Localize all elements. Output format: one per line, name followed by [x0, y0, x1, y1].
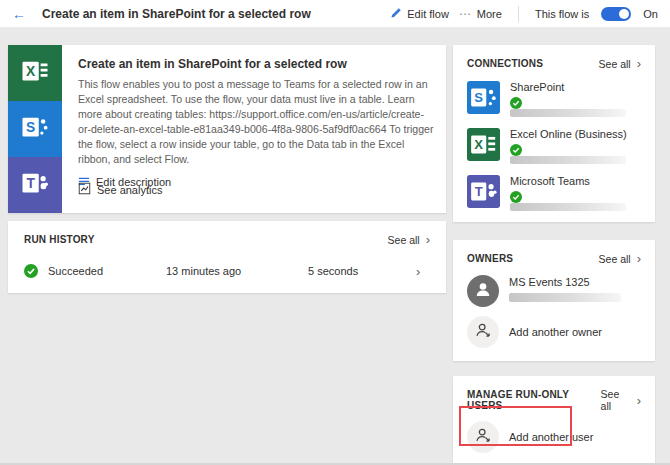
sharepoint-tile: S — [8, 101, 62, 157]
chevron-right-icon: › — [637, 252, 641, 265]
more-icon: ⋯ — [459, 7, 472, 21]
run-only-users-see-all[interactable]: See all › — [601, 388, 641, 412]
chevron-right-icon: › — [426, 233, 430, 246]
connection-name: SharePoint — [510, 81, 626, 93]
add-owner-label: Add another owner — [509, 326, 602, 338]
owner-name: MS Events 1325 — [509, 276, 621, 288]
analytics-icon — [78, 181, 91, 199]
redacted-account-text — [510, 203, 626, 211]
add-person-icon — [473, 320, 493, 344]
svg-text:S: S — [26, 120, 35, 135]
run-history-see-all[interactable]: See all › — [388, 233, 430, 246]
chevron-right-icon: › — [416, 264, 430, 279]
page-header: ← Create an item in SharePoint for a sel… — [0, 0, 670, 28]
edit-flow-button[interactable]: Edit flow — [390, 7, 449, 21]
add-user-avatar — [467, 421, 499, 453]
owner-avatar — [467, 275, 499, 307]
see-all-label: See all — [599, 58, 631, 70]
succeeded-check-icon — [24, 264, 38, 278]
connection-item-sharepoint[interactable]: S SharePoint — [467, 81, 641, 117]
connection-ok-icon — [510, 189, 522, 201]
add-run-only-user-button[interactable]: Add another user — [467, 421, 641, 453]
svg-text:X: X — [26, 64, 36, 79]
svg-text:X: X — [474, 137, 483, 152]
teams-tile: T — [8, 157, 62, 213]
connections-card: CONNECTIONS See all › S SharePoint — [453, 45, 655, 222]
page-title: Create an item in SharePoint for a selec… — [42, 7, 390, 21]
connection-name: Excel Online (Business) — [510, 128, 627, 140]
app-tiles: X S — [8, 45, 62, 213]
header-divider — [518, 6, 519, 22]
add-owner-button[interactable]: Add another owner — [467, 316, 641, 348]
more-button[interactable]: ⋯ More — [459, 7, 502, 21]
owners-see-all[interactable]: See all › — [599, 252, 641, 265]
flow-state-prefix: This flow is — [535, 8, 589, 20]
see-all-label: See all — [388, 234, 420, 246]
header-actions: Edit flow ⋯ More This flow is On — [390, 6, 658, 22]
see-analytics-label: See analytics — [97, 184, 162, 196]
run-history-row[interactable]: Succeeded 13 minutes ago 5 seconds › — [24, 262, 430, 280]
redacted-account-text — [509, 293, 621, 302]
sharepoint-icon: S — [20, 112, 50, 146]
see-all-label: See all — [601, 388, 631, 412]
connection-name: Microsoft Teams — [510, 175, 626, 187]
owners-card: OWNERS See all › MS Events 1325 — [453, 240, 655, 361]
add-run-only-user-label: Add another user — [509, 431, 593, 443]
edit-flow-label: Edit flow — [407, 8, 449, 20]
run-only-users-title: MANAGE RUN-ONLY USERS — [467, 389, 601, 411]
flow-description: This flow enables you to post a message … — [78, 77, 434, 167]
flow-state-value: On — [643, 8, 658, 20]
connection-item-excel[interactable]: X Excel Online (Business) — [467, 128, 641, 164]
flow-enabled-toggle[interactable] — [601, 7, 631, 21]
owners-title: OWNERS — [467, 253, 513, 264]
see-all-label: See all — [599, 253, 631, 265]
connection-ok-icon — [510, 95, 522, 107]
flow-details-page: ← Create an item in SharePoint for a sel… — [0, 0, 670, 465]
connections-see-all[interactable]: See all › — [599, 57, 641, 70]
run-only-users-card: MANAGE RUN-ONLY USERS See all › Add anot… — [453, 376, 655, 465]
back-arrow-icon[interactable]: ← — [12, 7, 26, 21]
person-icon — [473, 279, 493, 303]
run-history-card: RUN HISTORY See all › Succeeded 13 minut… — [8, 221, 446, 293]
connection-ok-icon — [510, 142, 522, 154]
svg-text:S: S — [474, 90, 483, 105]
flow-summary-card: X S — [8, 45, 446, 213]
teams-icon: T — [20, 168, 50, 202]
chevron-right-icon: › — [637, 57, 641, 70]
add-person-icon — [473, 425, 493, 449]
run-start-time: 13 minutes ago — [166, 265, 308, 277]
teams-icon: T — [467, 175, 500, 208]
flow-title: Create an item in SharePoint for a selec… — [78, 57, 434, 71]
add-owner-avatar — [467, 316, 499, 348]
toggle-knob — [619, 9, 629, 19]
redacted-account-text — [510, 156, 626, 164]
more-label: More — [477, 8, 502, 20]
excel-icon: X — [20, 56, 50, 90]
run-duration: 5 seconds — [308, 265, 416, 277]
run-status: Succeeded — [48, 265, 166, 277]
connection-item-teams[interactable]: T Microsoft Teams — [467, 175, 641, 211]
run-history-title: RUN HISTORY — [24, 234, 95, 245]
see-analytics-button[interactable]: See analytics — [78, 181, 162, 199]
pencil-icon — [390, 7, 402, 21]
excel-icon: X — [467, 128, 500, 161]
excel-tile: X — [8, 45, 62, 101]
svg-text:T: T — [26, 176, 35, 191]
chevron-right-icon: › — [637, 394, 641, 407]
redacted-account-text — [510, 109, 626, 117]
sharepoint-icon: S — [467, 81, 500, 114]
flow-card-content: Create an item in SharePoint for a selec… — [62, 45, 450, 213]
connections-title: CONNECTIONS — [467, 58, 543, 69]
owner-item: MS Events 1325 — [467, 275, 641, 307]
svg-text:T: T — [475, 184, 483, 199]
